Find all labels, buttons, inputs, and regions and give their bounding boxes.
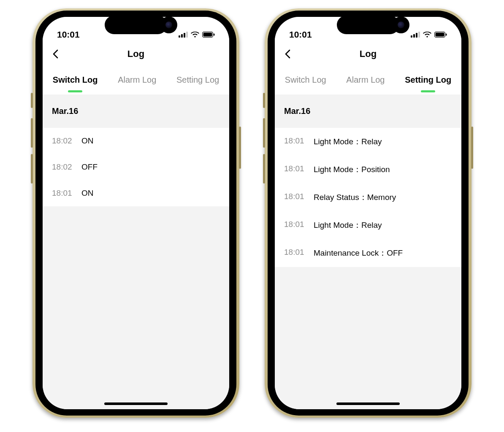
date-header: Mar.16	[43, 94, 229, 128]
nav-bar: Log	[275, 43, 461, 65]
tab-switch-log[interactable]: Switch Log	[51, 72, 100, 88]
phone-right: 10:01 Log Switch Log Alarm Log Setting L…	[265, 8, 471, 418]
svg-rect-2	[184, 33, 185, 38]
cellular-icon	[411, 32, 420, 38]
log-row: 18:01 Light Mode：Relay	[275, 211, 461, 239]
chevron-left-icon	[285, 49, 290, 59]
tabs: Switch Log Alarm Log Setting Log	[275, 65, 461, 94]
log-time: 18:01	[284, 164, 306, 175]
log-row: 18:02 ON	[43, 128, 229, 154]
log-text: Relay Status：Memory	[314, 192, 396, 203]
svg-rect-8	[413, 34, 415, 38]
svg-rect-6	[214, 34, 215, 36]
home-indicator[interactable]	[104, 402, 168, 405]
wifi-icon	[191, 32, 199, 38]
log-text: OFF	[81, 162, 98, 172]
log-list: 18:01 Light Mode：Relay 18:01 Light Mode：…	[275, 128, 461, 267]
status-time: 10:01	[57, 30, 80, 40]
empty-area	[275, 267, 461, 409]
log-text: Maintenance Lock：OFF	[314, 248, 403, 259]
side-button	[31, 93, 33, 108]
status-icons	[411, 32, 447, 38]
log-time: 18:01	[284, 192, 306, 203]
log-list: 18:02 ON 18:02 OFF 18:01 ON	[43, 128, 229, 206]
tabs: Switch Log Alarm Log Setting Log	[43, 65, 229, 94]
log-row: 18:01 Light Mode：Position	[275, 156, 461, 184]
svg-rect-7	[411, 35, 412, 38]
chevron-left-icon	[52, 49, 58, 59]
nav-bar: Log	[43, 43, 229, 65]
svg-rect-3	[186, 32, 188, 38]
tab-alarm-log[interactable]: Alarm Log	[344, 72, 386, 88]
date-header: Mar.16	[275, 94, 461, 128]
status-icons	[179, 32, 215, 38]
battery-icon	[202, 32, 215, 38]
log-time: 18:01	[284, 136, 306, 147]
empty-area	[43, 206, 229, 409]
log-row: 18:01 Light Mode：Relay	[275, 128, 461, 156]
log-text: Light Mode：Relay	[314, 136, 382, 147]
wifi-icon	[423, 32, 431, 38]
cellular-icon	[179, 32, 188, 38]
volume-down-button	[263, 154, 265, 184]
log-row: 18:01 Maintenance Lock：OFF	[275, 239, 461, 267]
status-time: 10:01	[289, 30, 312, 40]
phone-left: 10:01 Log Switch Log Alarm Log Setting L…	[33, 8, 239, 418]
log-time: 18:01	[52, 189, 74, 198]
log-time: 18:01	[284, 248, 306, 259]
front-camera	[393, 16, 409, 33]
power-button	[471, 127, 473, 169]
log-row: 18:02 OFF	[43, 154, 229, 180]
tab-switch-log[interactable]: Switch Log	[283, 72, 328, 88]
log-time: 18:02	[52, 136, 74, 146]
page-title: Log	[275, 49, 461, 59]
side-button	[263, 93, 265, 108]
log-text: Light Mode：Relay	[314, 220, 382, 231]
log-text: Light Mode：Position	[314, 164, 390, 175]
svg-rect-10	[418, 32, 420, 38]
svg-rect-5	[203, 33, 212, 37]
log-time: 18:02	[52, 162, 74, 172]
front-camera	[160, 16, 177, 33]
tab-setting-log[interactable]: Setting Log	[403, 72, 453, 88]
log-time: 18:01	[284, 220, 306, 231]
log-text: ON	[81, 189, 94, 198]
screen: 10:01 Log Switch Log Alarm Log Setting L…	[275, 17, 461, 409]
volume-up-button	[263, 118, 265, 148]
tab-alarm-log[interactable]: Alarm Log	[116, 72, 158, 88]
log-row: 18:01 ON	[43, 180, 229, 206]
home-indicator[interactable]	[336, 402, 400, 405]
back-button[interactable]	[279, 46, 296, 62]
screen: 10:01 Log Switch Log Alarm Log Setting L…	[43, 17, 229, 409]
svg-rect-9	[416, 33, 417, 38]
volume-down-button	[31, 154, 33, 184]
svg-rect-12	[436, 33, 444, 37]
dynamic-island	[337, 16, 399, 34]
back-button[interactable]	[47, 46, 64, 62]
page-title: Log	[43, 49, 229, 59]
dynamic-island	[105, 16, 167, 34]
volume-up-button	[31, 118, 33, 148]
svg-rect-13	[446, 34, 447, 36]
log-text: ON	[81, 136, 94, 146]
tab-setting-log[interactable]: Setting Log	[175, 72, 221, 88]
svg-rect-1	[181, 34, 183, 38]
log-row: 18:01 Relay Status：Memory	[275, 184, 461, 211]
battery-icon	[434, 32, 447, 38]
power-button	[239, 127, 241, 169]
svg-rect-0	[179, 35, 180, 38]
